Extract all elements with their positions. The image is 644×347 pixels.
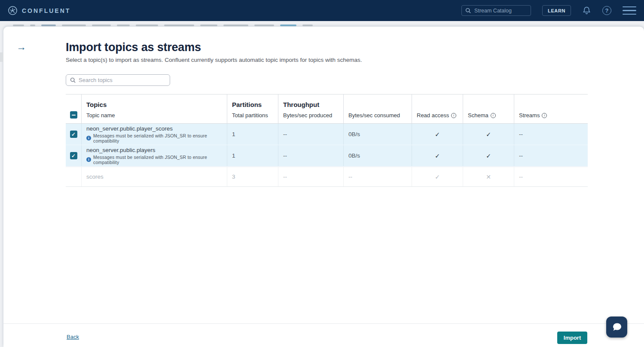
topic-search-box[interactable] bbox=[66, 74, 170, 86]
column-read-access: Read access bbox=[417, 112, 449, 119]
cell-bytes-produced: -- bbox=[278, 167, 344, 186]
footer-divider bbox=[3, 323, 644, 324]
cell-partitions: 3 bbox=[227, 167, 278, 186]
column-bytes-consumed: Bytes/sec consumed bbox=[348, 112, 412, 119]
table-body: ✓ neon_server.public.player_scores Messa… bbox=[66, 124, 588, 187]
info-icon bbox=[86, 136, 91, 140]
confluent-logo[interactable]: CONFLUENT bbox=[8, 6, 70, 15]
cell-partitions: 1 bbox=[227, 145, 278, 166]
learn-button[interactable]: LEARN bbox=[542, 5, 571, 16]
column-topic-name: Topic name bbox=[86, 112, 227, 119]
search-icon bbox=[70, 77, 76, 83]
table-row: ✓ neon_server.public.player_scores Messa… bbox=[66, 124, 588, 145]
column-group-partitions: Partitions bbox=[232, 101, 278, 108]
import-topics-panel: → Import topics as streams Select a topi… bbox=[3, 27, 644, 347]
cell-streams: -- bbox=[514, 167, 588, 186]
topic-name: neon_server.public.players bbox=[86, 147, 156, 153]
column-group-topics: Topics bbox=[86, 101, 227, 108]
select-all-checkbox[interactable] bbox=[70, 111, 77, 119]
top-navbar: CONFLUENT LEARN bbox=[0, 0, 644, 21]
cell-bytes-produced: -- bbox=[278, 145, 344, 166]
schema-check-icon: ✓ bbox=[486, 152, 491, 159]
topic-note-text: Messages must be serialized with JSON_SR… bbox=[93, 133, 227, 143]
table-row-disabled: scores 3 -- -- ✓ ✕ -- bbox=[66, 167, 588, 187]
info-icon bbox=[86, 157, 91, 162]
schema-check-icon: ✓ bbox=[486, 131, 491, 138]
page-subtitle: Select a topic(s) to import as streams. … bbox=[66, 57, 362, 63]
info-icon[interactable] bbox=[542, 113, 547, 118]
table-header-row: Topics Topic name Partitions Total parti… bbox=[66, 94, 588, 124]
left-edge-tab bbox=[0, 52, 3, 62]
column-bytes-produced: Bytes/sec produced bbox=[283, 112, 343, 119]
schema-cross-icon: ✕ bbox=[486, 174, 491, 180]
column-group-throughput: Throughput bbox=[283, 101, 343, 108]
cell-bytes-consumed: 0B/s bbox=[344, 124, 412, 145]
cell-bytes-consumed: 0B/s bbox=[344, 145, 412, 166]
read-access-check-icon: ✓ bbox=[435, 174, 440, 180]
column-schema: Schema bbox=[468, 112, 488, 119]
read-access-check-icon: ✓ bbox=[435, 131, 440, 138]
help-icon[interactable] bbox=[602, 6, 611, 15]
check-icon: ✓ bbox=[71, 153, 76, 158]
cell-partitions: 1 bbox=[227, 124, 278, 145]
chat-widget-button[interactable] bbox=[606, 317, 627, 338]
import-button[interactable]: Import bbox=[557, 332, 587, 344]
topic-search-input[interactable] bbox=[79, 77, 160, 83]
back-link[interactable]: Back bbox=[67, 334, 79, 340]
notifications-bell-icon[interactable] bbox=[582, 6, 591, 15]
indeterminate-dash-icon bbox=[72, 115, 76, 116]
brand-name: CONFLUENT bbox=[22, 7, 70, 14]
info-icon[interactable] bbox=[451, 113, 456, 118]
stream-catalog-search[interactable] bbox=[461, 5, 531, 16]
cell-bytes-produced: -- bbox=[278, 124, 344, 145]
cell-streams: -- bbox=[514, 124, 588, 145]
topic-note-text: Messages must be serialized with JSON_SR… bbox=[93, 155, 227, 165]
table-row: ✓ neon_server.public.players Messages mu… bbox=[66, 145, 588, 167]
search-icon bbox=[465, 8, 471, 13]
row-checkbox[interactable]: ✓ bbox=[70, 131, 77, 138]
column-total-partitions: Total partitions bbox=[232, 112, 278, 119]
hamburger-menu-icon[interactable] bbox=[623, 6, 636, 15]
column-streams: Streams bbox=[519, 112, 540, 119]
cell-bytes-consumed: -- bbox=[344, 167, 412, 186]
cell-streams: -- bbox=[514, 145, 588, 166]
row-checkbox[interactable]: ✓ bbox=[70, 152, 77, 159]
page-title: Import topics as streams bbox=[66, 41, 201, 54]
topics-table: Topics Topic name Partitions Total parti… bbox=[66, 94, 588, 187]
stream-catalog-input[interactable] bbox=[474, 8, 522, 14]
topic-name: scores bbox=[86, 174, 104, 180]
confluent-logo-icon bbox=[8, 6, 18, 15]
collapse-panel-arrow-icon[interactable]: → bbox=[16, 42, 26, 52]
topic-name: neon_server.public.player_scores bbox=[86, 125, 173, 132]
info-icon[interactable] bbox=[491, 113, 496, 118]
check-icon: ✓ bbox=[71, 132, 76, 137]
breadcrumb-clipped bbox=[13, 24, 313, 26]
chat-bubble-icon bbox=[611, 322, 623, 332]
read-access-check-icon: ✓ bbox=[435, 152, 440, 159]
